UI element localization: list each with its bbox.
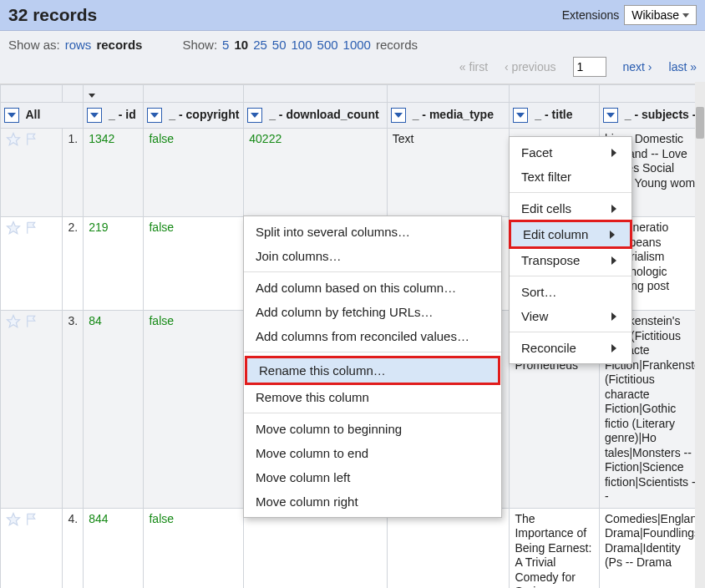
- show-as-label: Show as:: [8, 38, 60, 52]
- column-menu-subjects[interactable]: [603, 108, 618, 123]
- menu-separator: [244, 413, 501, 413]
- page-number-input[interactable]: [573, 57, 606, 77]
- cell-subjects[interactable]: Comedies|England Drama|Foundlings Drama|…: [599, 508, 704, 588]
- menu-rename-column[interactable]: Rename this column…: [245, 356, 500, 385]
- col-id: _ - id: [109, 108, 136, 121]
- col-all: All: [25, 108, 40, 121]
- show-as-rows[interactable]: rows: [65, 38, 92, 52]
- menu-move-end[interactable]: Move column to end: [244, 441, 501, 465]
- page-size-5[interactable]: 5: [222, 38, 229, 52]
- star-icon[interactable]: [6, 314, 21, 329]
- svg-marker-3: [8, 513, 20, 525]
- menu-add-reconciled[interactable]: Add columns from reconciled values…: [244, 324, 501, 348]
- row-number: 3.: [63, 311, 84, 509]
- page-size-500[interactable]: 500: [317, 38, 338, 52]
- menu-move-right[interactable]: Move column right: [244, 489, 501, 514]
- menu-add-fetch[interactable]: Add column by fetching URLs…: [244, 300, 501, 324]
- flag-icon[interactable]: [24, 314, 39, 329]
- scrollbar-thumb[interactable]: [696, 107, 704, 139]
- record-count-title: 32 records: [8, 5, 97, 25]
- page-size-50[interactable]: 50: [272, 38, 287, 52]
- cell-download-count[interactable]: 40222: [244, 129, 387, 217]
- menu-separator: [244, 352, 501, 352]
- page-size-100[interactable]: 100: [292, 38, 312, 52]
- column-headers: All _ - id _ - copyright _ - download_co…: [1, 103, 705, 129]
- menu-sort[interactable]: Sort…: [510, 280, 631, 304]
- column-menu-title[interactable]: [513, 108, 528, 123]
- wikibase-label: Wikibase: [631, 8, 679, 22]
- cell-copyright[interactable]: false: [144, 508, 244, 588]
- star-icon[interactable]: [6, 132, 21, 147]
- controls-row-1: Show as: rows records Show: 5 10 25 50 1…: [8, 38, 697, 52]
- cell-id[interactable]: 84: [84, 311, 144, 509]
- extensions-label[interactable]: Extensions: [562, 8, 619, 22]
- submenu-arrow-icon: [611, 205, 616, 213]
- menu-separator: [244, 271, 501, 272]
- flag-icon[interactable]: [24, 512, 39, 527]
- menu-separator: [510, 276, 631, 276]
- column-menu-id[interactable]: [87, 108, 102, 123]
- menu-join-columns[interactable]: Join columns…: [244, 244, 501, 268]
- menu-edit-column[interactable]: Edit column: [509, 220, 632, 249]
- pager-next[interactable]: next ›: [623, 60, 652, 74]
- column-menu-media-type[interactable]: [391, 108, 406, 123]
- menu-move-left[interactable]: Move column left: [244, 465, 501, 489]
- row-number: 2.: [63, 217, 84, 311]
- menu-view[interactable]: View: [510, 304, 631, 328]
- cell-download-count[interactable]: [244, 508, 387, 588]
- page-size-10[interactable]: 10: [234, 38, 248, 52]
- cell-media-type[interactable]: [387, 508, 510, 588]
- menu-text-filter[interactable]: Text filter: [510, 165, 631, 189]
- menu-facet[interactable]: Facet: [510, 140, 631, 165]
- menu-reconcile[interactable]: Reconcile: [510, 336, 631, 360]
- row-number: 4.: [63, 508, 84, 588]
- column-menu-copyright[interactable]: [147, 108, 162, 123]
- sort-indicator-icon: [89, 94, 95, 98]
- pager-prev[interactable]: ‹ previous: [505, 60, 555, 74]
- menu-edit-cells[interactable]: Edit cells: [510, 196, 631, 220]
- show-as-records[interactable]: records: [96, 38, 142, 52]
- col-title: _ - title: [535, 108, 572, 121]
- cell-copyright[interactable]: false: [144, 311, 244, 509]
- header-bar: 32 records Extensions Wikibase: [0, 0, 705, 31]
- menu-remove-column[interactable]: Remove this column: [244, 385, 501, 409]
- cell-title[interactable]: The Importance of Being Earnest: A Trivi…: [510, 508, 599, 588]
- show-label: Show:: [182, 38, 217, 52]
- controls-row-2: « first ‹ previous next › last »: [8, 52, 697, 80]
- menu-move-begin[interactable]: Move column to beginning: [244, 417, 501, 441]
- column-menu-download-count[interactable]: [247, 108, 262, 123]
- page-size-25[interactable]: 25: [253, 38, 267, 52]
- cell-media-type[interactable]: Text: [387, 129, 510, 217]
- submenu-arrow-icon: [611, 344, 616, 352]
- cell-copyright[interactable]: false: [144, 217, 244, 311]
- wikibase-dropdown[interactable]: Wikibase: [624, 5, 697, 25]
- column-menu-all[interactable]: [4, 108, 19, 123]
- pager-last[interactable]: last »: [669, 60, 697, 74]
- header-right: Extensions Wikibase: [562, 5, 697, 25]
- menu-add-based[interactable]: Add column based on this column…: [244, 276, 501, 300]
- cell-id[interactable]: 219: [84, 217, 144, 311]
- menu-transpose[interactable]: Transpose: [510, 248, 631, 272]
- pager-first[interactable]: « first: [459, 60, 488, 74]
- caret-down-icon: [682, 13, 689, 18]
- vertical-scrollbar[interactable]: [695, 82, 705, 588]
- cell-copyright[interactable]: false: [144, 129, 244, 217]
- cell-id[interactable]: 844: [84, 508, 144, 588]
- menu-split-columns[interactable]: Split into several columns…: [244, 220, 501, 244]
- flag-icon[interactable]: [24, 220, 39, 236]
- star-icon[interactable]: [6, 220, 21, 236]
- star-icon[interactable]: [6, 512, 21, 527]
- controls-bar: Show as: rows records Show: 5 10 25 50 1…: [0, 31, 705, 84]
- submenu-arrow-icon: [611, 256, 616, 265]
- cell-id[interactable]: 1342: [84, 129, 144, 217]
- col-media-type: _ - media_type: [413, 108, 494, 121]
- flag-icon[interactable]: [24, 132, 39, 147]
- col-copyright: _ - copyright: [169, 108, 239, 121]
- menu-separator: [510, 332, 631, 332]
- col-download-count: _ - download_count: [269, 108, 378, 121]
- submenu-arrow-icon: [610, 231, 615, 239]
- row-number: 1.: [63, 129, 84, 217]
- page-size-1000[interactable]: 1000: [343, 38, 371, 52]
- svg-marker-1: [8, 222, 20, 234]
- records-label: records: [376, 38, 418, 52]
